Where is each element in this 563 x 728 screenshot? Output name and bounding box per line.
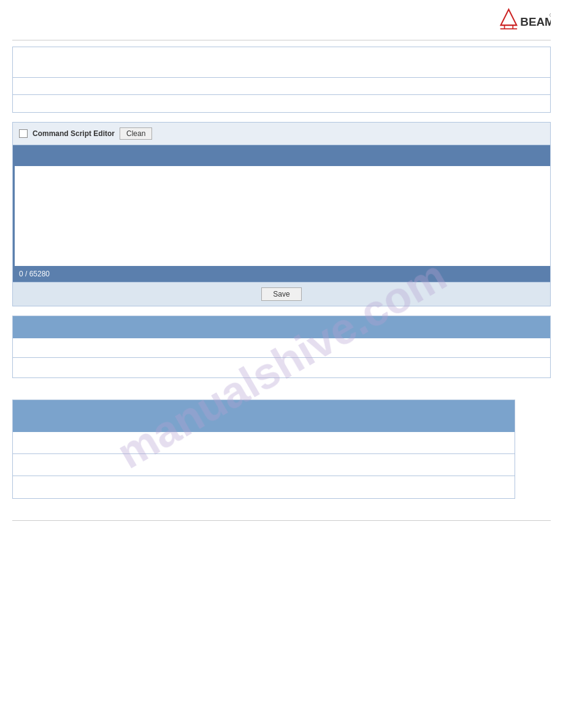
footer-divider [12,520,551,521]
second-panel-row-1 [13,338,550,358]
spacer-1 [12,387,551,400]
script-editor-icon [19,129,28,138]
bottom-panel [12,400,515,499]
main-content: Command Script Editor Clean 0 / 65280 Sa… [0,40,563,514]
info-row-3 [13,95,550,112]
script-status-bar: 0 / 65280 [13,266,550,282]
bottom-panel-row-1 [13,432,515,454]
logo: BEAM ® [477,6,551,34]
clean-button[interactable]: Clean [120,127,152,140]
svg-text:®: ® [550,12,551,18]
second-panel-header [13,316,550,338]
bottom-panel-row-2 [13,454,515,476]
save-button[interactable]: Save [261,287,301,301]
script-save-bar: Save [13,282,550,306]
script-char-count: 0 / 65280 [19,270,50,278]
beam-logo: BEAM ® [477,6,551,34]
second-panel-row-2 [13,358,550,377]
bottom-panel-row-3 [13,476,515,498]
bottom-panel-header [13,400,515,432]
script-editor-label: Command Script Editor [33,129,115,138]
script-editor-section: Command Script Editor Clean 0 / 65280 Sa… [12,122,551,306]
second-panel [12,316,551,378]
page-header: BEAM ® [0,0,563,40]
info-row-2 [13,78,550,95]
top-info-panel [12,47,551,113]
script-textarea-container [13,166,550,266]
svg-text:BEAM: BEAM [520,15,551,28]
svg-marker-0 [501,9,517,25]
script-editor-blue-bar [13,145,550,166]
script-editor-header: Command Script Editor Clean [13,123,550,145]
script-textarea[interactable] [21,172,544,258]
info-row-1 [13,47,550,78]
